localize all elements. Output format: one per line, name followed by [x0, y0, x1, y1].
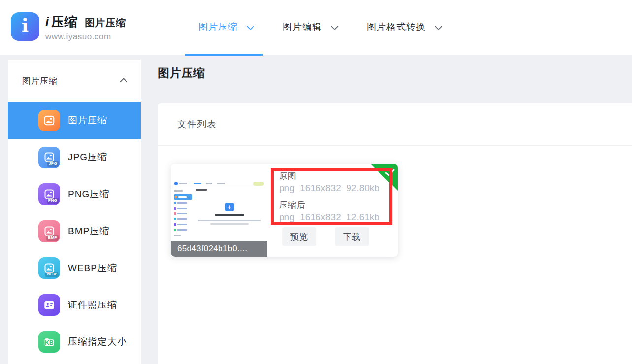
- sidebar-item-label: WEBP压缩: [68, 262, 117, 274]
- sidebar-group-toggle[interactable]: 图片压缩: [8, 60, 141, 102]
- format-badge: PNG: [47, 198, 59, 204]
- sidebar-item-png-compress[interactable]: PNG PNG压缩: [8, 176, 141, 212]
- file-card: + 65d43f024b1b0.... 原图 png 1616x832 92.8…: [171, 164, 398, 257]
- sidebar-group-title: 图片压缩: [22, 75, 122, 87]
- thumb-row: [174, 189, 192, 193]
- file-info: 原图 png 1616x832 92.80kb 压缩后 png 1616x832…: [279, 170, 379, 228]
- sidebar-item-jpg-compress[interactable]: JPG JPG压缩: [8, 139, 141, 176]
- main-nav: 图片压缩 图片编辑 图片格式转换: [198, 0, 471, 54]
- thumb-blip: [179, 183, 187, 184]
- format-badge: BMP: [46, 235, 59, 241]
- thumb-button-pill: [253, 182, 264, 186]
- file-name-bar: 65d43f024b1b0....: [171, 241, 267, 257]
- nav-label: 图片编辑: [283, 21, 322, 33]
- jpg-compress-icon: JPG: [38, 147, 60, 168]
- kb-label: KB: [38, 331, 60, 353]
- panel-title: 文件列表: [177, 118, 217, 131]
- nav-item-image-edit[interactable]: 图片编辑: [283, 21, 336, 33]
- nav-label: 图片压缩: [198, 21, 238, 33]
- site-logo[interactable]: i i 压缩 图片压缩 www.iyasuo.com: [11, 12, 126, 42]
- logo-text: i 压缩 图片压缩 www.iyasuo.com: [45, 12, 126, 42]
- compressed-label: 压缩后: [279, 199, 379, 211]
- file-name: 65d43f024b1b0....: [177, 244, 247, 254]
- active-nav-underline: [185, 54, 263, 56]
- thumb-logo-dot: [174, 182, 178, 185]
- top-header: i i 压缩 图片压缩 www.iyasuo.com 图片压缩 图片编辑: [0, 0, 632, 56]
- sidebar-item-label: JPG压缩: [68, 151, 107, 164]
- nav-item-image-compress[interactable]: 图片压缩: [198, 21, 252, 33]
- brand-prefix: i: [45, 14, 49, 30]
- brand-name: 压缩: [51, 13, 78, 30]
- panel-header: 文件列表: [158, 103, 632, 146]
- thumb-row: [174, 217, 192, 221]
- chevron-down-icon: [331, 22, 339, 30]
- chevron-down-icon: [247, 22, 254, 30]
- sidebar-item-label: 压缩指定大小: [68, 335, 127, 348]
- thumb-text-line: [198, 220, 261, 221]
- sidebar: 图片压缩 图片压缩 JPG JPG压缩 PNG PNG压缩: [8, 60, 141, 364]
- file-list-panel: 文件列表: [158, 103, 632, 364]
- download-button[interactable]: 下载: [335, 227, 369, 246]
- nav-item-format-convert[interactable]: 图片格式转换: [367, 21, 440, 33]
- png-compress-icon: PNG: [38, 183, 60, 205]
- thumb-row: [174, 228, 192, 232]
- sidebar-item-label: BMP压缩: [68, 225, 109, 238]
- thumb-row-active: [174, 194, 192, 200]
- sidebar-item-webp-compress[interactable]: WEBP WEBP压缩: [8, 249, 141, 286]
- sidebar-item-label: 证件照压缩: [68, 299, 117, 311]
- app-viewport: i i 压缩 图片压缩 www.iyasuo.com 图片压缩 图片编辑: [0, 0, 632, 364]
- sidebar-item-target-size-compress[interactable]: KB 压缩指定大小: [8, 323, 141, 360]
- thumb-blip: [217, 183, 225, 184]
- compressed-info: png 1616x832 12.61kb: [279, 212, 379, 223]
- format-badge: WEBP: [45, 272, 59, 277]
- thumb-mini-sidebar: [172, 187, 194, 240]
- thumb-row: [174, 222, 192, 227]
- thumb-mini-header: [172, 181, 266, 187]
- file-thumbnail[interactable]: + 65d43f024b1b0....: [171, 164, 267, 257]
- thumb-mini-main: +: [194, 187, 266, 240]
- file-actions: 预览 下载: [282, 227, 369, 246]
- logo-i-icon: i: [11, 12, 39, 41]
- preview-button[interactable]: 预览: [282, 227, 316, 246]
- chevron-down-icon: [435, 22, 442, 30]
- sidebar-item-label: 图片压缩: [68, 114, 107, 127]
- thumb-row: [174, 201, 192, 205]
- image-compress-icon: [38, 110, 60, 131]
- bmp-compress-icon: BMP: [38, 220, 60, 242]
- thumb-row: [174, 206, 192, 211]
- format-badge: JPG: [47, 161, 59, 167]
- sidebar-item-id-photo-compress[interactable]: 证件照压缩: [8, 286, 141, 323]
- logo-letter: i: [22, 16, 29, 35]
- website-url: www.iyasuo.com: [45, 32, 126, 42]
- original-label: 原图: [279, 170, 379, 182]
- thumb-title-blip: [196, 189, 207, 191]
- sidebar-item-label: PNG压缩: [68, 188, 109, 201]
- thumbnail-mini-screenshot: +: [172, 181, 266, 240]
- thumb-mini-body: +: [172, 187, 266, 240]
- brand-subtitle: 图片压缩: [85, 16, 126, 30]
- original-info: png 1616x832 92.80kb: [279, 183, 379, 194]
- brand-line: i 压缩 图片压缩: [45, 13, 126, 30]
- page-title: 图片压缩: [158, 65, 205, 81]
- thumb-blip: [206, 183, 212, 184]
- thumb-row: [174, 233, 192, 238]
- id-photo-icon: [38, 294, 60, 316]
- thumb-row: [174, 212, 192, 216]
- thumb-plus-button: +: [225, 203, 234, 211]
- sidebar-item-image-compress[interactable]: 图片压缩: [8, 102, 141, 139]
- thumb-nav-active-blip: [194, 183, 201, 184]
- thumb-upload-text-blip: [215, 214, 244, 216]
- nav-label: 图片格式转换: [367, 21, 426, 33]
- webp-compress-icon: WEBP: [38, 257, 60, 279]
- check-icon: [384, 168, 395, 177]
- thumb-text-line: [210, 223, 249, 225]
- sidebar-item-bmp-compress[interactable]: BMP BMP压缩: [8, 212, 141, 249]
- kb-size-icon: KB: [38, 331, 60, 353]
